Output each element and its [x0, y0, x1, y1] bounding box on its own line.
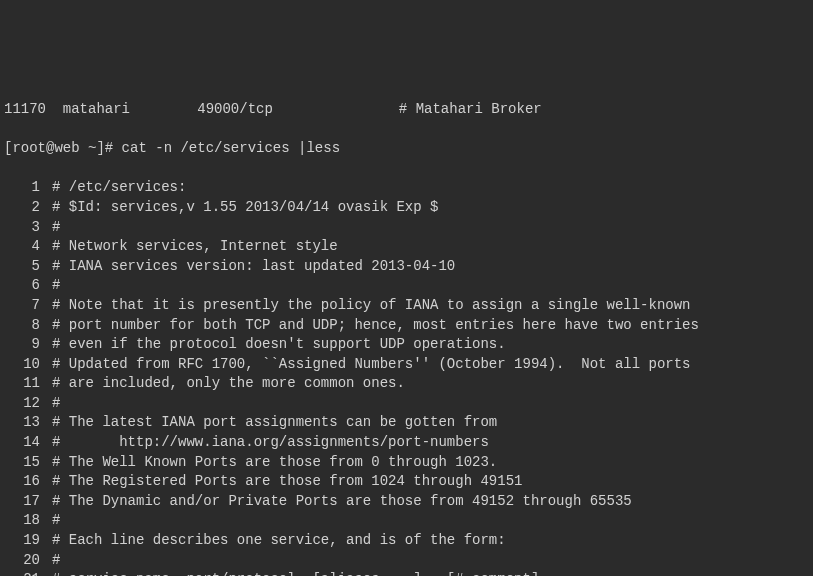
line-number: 4 [4, 237, 52, 257]
terminal-output[interactable]: 11170 matahari 49000/tcp # Matahari Brok… [4, 80, 809, 576]
file-line: 20# [4, 551, 809, 571]
line-text: # The Dynamic and/or Private Ports are t… [52, 493, 632, 509]
line-number: 19 [4, 531, 52, 551]
line-number: 14 [4, 433, 52, 453]
line-text: # The Registered Ports are those from 10… [52, 473, 522, 489]
file-line: 1# /etc/services: [4, 178, 809, 198]
line-text: # [52, 219, 60, 235]
line-number: 10 [4, 355, 52, 375]
line-text: # IANA services version: last updated 20… [52, 258, 455, 274]
file-line: 11# are included, only the more common o… [4, 374, 809, 394]
line-number: 18 [4, 511, 52, 531]
file-line: 3# [4, 218, 809, 238]
line-text: # service-name port/protocol [aliases ..… [52, 571, 539, 576]
line-text: # The Well Known Ports are those from 0 … [52, 454, 497, 470]
file-line: 13# The latest IANA port assignments can… [4, 413, 809, 433]
line-text: # Updated from RFC 1700, ``Assigned Numb… [52, 356, 691, 372]
file-line: 9# even if the protocol doesn't support … [4, 335, 809, 355]
line-number: 11 [4, 374, 52, 394]
file-content: 1# /etc/services:2# $Id: services,v 1.55… [4, 178, 809, 576]
file-line: 5# IANA services version: last updated 2… [4, 257, 809, 277]
line-number: 15 [4, 453, 52, 473]
line-text: # even if the protocol doesn't support U… [52, 336, 506, 352]
line-number: 2 [4, 198, 52, 218]
line-text: # Note that it is presently the policy o… [52, 297, 691, 313]
line-text: # http://www.iana.org/assignments/port-n… [52, 434, 489, 450]
line-text: # [52, 277, 60, 293]
line-text: # [52, 395, 60, 411]
line-number: 17 [4, 492, 52, 512]
line-number: 3 [4, 218, 52, 238]
line-text: # are included, only the more common one… [52, 375, 405, 391]
file-line: 6# [4, 276, 809, 296]
line-text: # The latest IANA port assignments can b… [52, 414, 497, 430]
line-text: # [52, 552, 60, 568]
line-text: # port number for both TCP and UDP; henc… [52, 317, 699, 333]
file-line: 14# http://www.iana.org/assignments/port… [4, 433, 809, 453]
file-line: 12# [4, 394, 809, 414]
line-text: # Network services, Internet style [52, 238, 338, 254]
line-number: 8 [4, 316, 52, 336]
line-number: 9 [4, 335, 52, 355]
file-line: 15# The Well Known Ports are those from … [4, 453, 809, 473]
file-line: 7# Note that it is presently the policy … [4, 296, 809, 316]
file-line: 2# $Id: services,v 1.55 2013/04/14 ovasi… [4, 198, 809, 218]
line-text: # Each line describes one service, and i… [52, 532, 506, 548]
prompt-line: [root@web ~]# cat -n /etc/services |less [4, 139, 809, 159]
file-line: 8# port number for both TCP and UDP; hen… [4, 316, 809, 336]
line-number: 21 [4, 570, 52, 576]
header-line: 11170 matahari 49000/tcp # Matahari Brok… [4, 100, 809, 120]
file-line: 4# Network services, Internet style [4, 237, 809, 257]
file-line: 17# The Dynamic and/or Private Ports are… [4, 492, 809, 512]
line-number: 12 [4, 394, 52, 414]
line-number: 5 [4, 257, 52, 277]
file-line: 21# service-name port/protocol [aliases … [4, 570, 809, 576]
line-text: # $Id: services,v 1.55 2013/04/14 ovasik… [52, 199, 438, 215]
line-number: 20 [4, 551, 52, 571]
line-number: 1 [4, 178, 52, 198]
line-number: 16 [4, 472, 52, 492]
line-text: # [52, 512, 60, 528]
line-text: # /etc/services: [52, 179, 186, 195]
file-line: 19# Each line describes one service, and… [4, 531, 809, 551]
line-number: 6 [4, 276, 52, 296]
line-number: 13 [4, 413, 52, 433]
file-line: 10# Updated from RFC 1700, ``Assigned Nu… [4, 355, 809, 375]
file-line: 18# [4, 511, 809, 531]
file-line: 16# The Registered Ports are those from … [4, 472, 809, 492]
line-number: 7 [4, 296, 52, 316]
